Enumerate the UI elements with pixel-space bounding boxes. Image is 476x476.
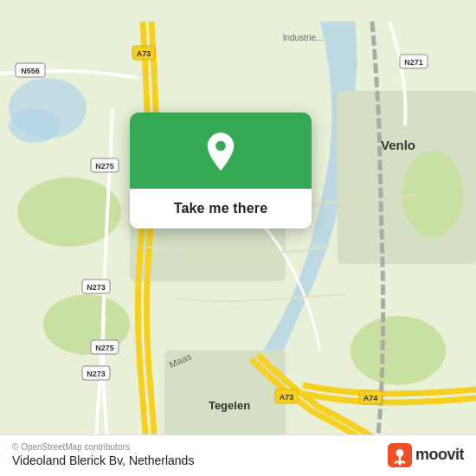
svg-text:Venlo: Venlo	[381, 138, 415, 152]
svg-text:N271: N271	[404, 58, 423, 67]
svg-text:N273: N273	[87, 370, 106, 378]
place-name: Videoland Blerick Bv, Netherlands	[12, 453, 194, 467]
map-background: N556 A73 A73 A73 A74 N275 N275 N273 N273…	[0, 0, 476, 476]
popup-card: Take me there	[130, 113, 312, 228]
map-container: N556 A73 A73 A73 A74 N275 N275 N273 N273…	[0, 0, 476, 476]
svg-point-2	[9, 108, 61, 143]
svg-text:N556: N556	[21, 67, 40, 75]
svg-text:A73: A73	[280, 393, 294, 402]
take-me-there-button[interactable]: Take me there	[130, 189, 312, 228]
svg-text:N273: N273	[87, 283, 106, 292]
popup-top	[130, 113, 312, 189]
moovit-icon	[388, 443, 412, 467]
bottom-left: © OpenStreetMap contributors Videoland B…	[12, 442, 194, 467]
svg-text:N275: N275	[95, 344, 114, 352]
moovit-text: moovit	[415, 446, 464, 464]
svg-point-34	[215, 141, 226, 151]
svg-text:A73: A73	[137, 49, 151, 58]
svg-text:A74: A74	[363, 394, 378, 402]
bottom-bar: © OpenStreetMap contributors Videoland B…	[0, 434, 476, 476]
moovit-logo[interactable]: moovit	[388, 443, 464, 467]
svg-point-8	[351, 316, 446, 385]
location-pin-icon	[200, 132, 241, 173]
svg-text:N275: N275	[95, 162, 114, 170]
svg-text:Industrie...: Industrie...	[283, 33, 324, 42]
svg-text:Tegelen: Tegelen	[209, 399, 250, 412]
attribution: © OpenStreetMap contributors	[12, 442, 194, 452]
